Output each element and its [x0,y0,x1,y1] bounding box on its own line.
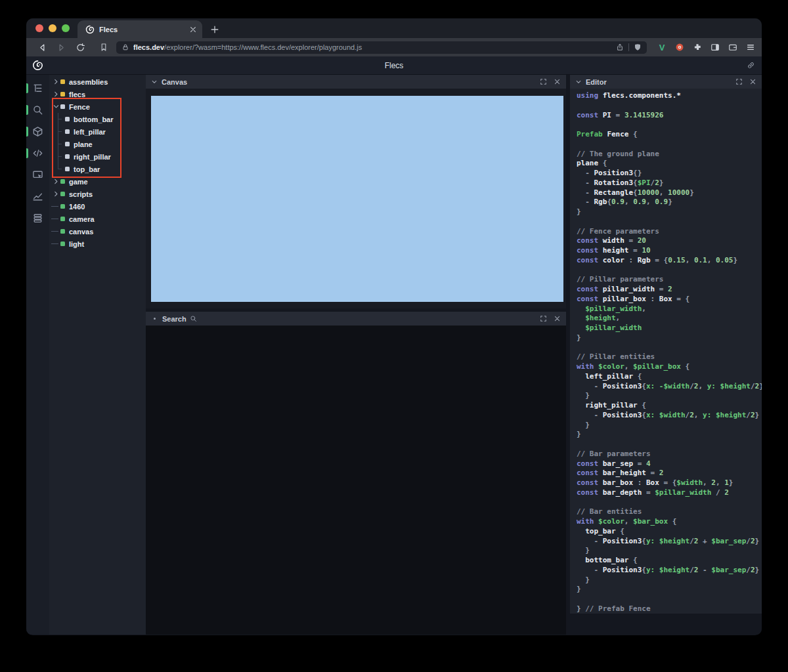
chevron-down-icon[interactable] [575,79,582,85]
tree-item-label: plane [74,140,93,148]
vue-icon[interactable]: V [657,43,667,52]
tab-close-icon[interactable] [189,26,197,33]
back-icon[interactable] [37,43,47,52]
entity-square-icon [60,79,65,84]
collapsed-dot-icon[interactable] [154,318,156,320]
tool-sidebar [26,75,49,635]
code-line: - Position3{y: $height/2 - $bar_sep/2} [577,566,762,576]
tree-item-label: camera [69,215,95,223]
wallet-icon[interactable] [728,43,737,52]
code-line: with $color, $bar_box { [577,517,762,527]
zoom-window-button[interactable] [62,24,70,32]
tree-item-1460[interactable]: 1460 [49,200,146,213]
editor-panel: Editor using flecs.components.* const PI… [570,75,762,614]
reload-icon[interactable] [76,43,85,52]
entity-square-icon [60,229,65,234]
code-line: $pillar_width [577,324,762,333]
tree-item-flecs[interactable]: flecs [49,88,146,100]
entity-square-icon [65,129,70,134]
tree-item-light[interactable]: light [49,238,146,250]
url-text[interactable]: flecs.dev/explorer/?wasm=https://www.fle… [133,43,616,51]
tree-item-left_pillar[interactable]: left_pillar [49,125,146,138]
url-path: /explorer/?wasm=https://www.flecs.dev/ex… [164,43,362,51]
tree-item-plane[interactable]: plane [49,138,146,150]
sidebar-rows-icon[interactable] [26,207,49,229]
close-icon[interactable] [554,78,561,85]
sidebar-screen-pointer-icon[interactable] [26,164,49,186]
code-line: const height = 10 [577,246,762,256]
code-line: const pillar_width = 2 [577,285,762,295]
tree-item-assemblies[interactable]: assemblies [49,75,146,88]
tree-item-Fence[interactable]: Fence [49,100,146,113]
sidekick-icon[interactable] [675,43,684,52]
code-line: // The ground plane [577,150,762,159]
chevron-down-icon[interactable] [151,79,158,85]
fullscreen-icon[interactable] [540,315,547,322]
brave-shield-icon[interactable] [634,43,642,51]
chevron-right-icon[interactable] [52,177,60,186]
url-domain: flecs.dev [133,43,164,51]
close-icon[interactable] [749,78,756,85]
code-line: } // Prefab Fence [577,604,762,614]
new-tab-button[interactable] [210,25,219,34]
tree-item-scripts[interactable]: scripts [49,188,146,200]
3d-canvas-viewport[interactable] [151,96,563,302]
code-line: with $color, $pillar_box { [577,362,762,372]
canvas-panel: Canvas [146,75,566,308]
tree-item-label: canvas [69,228,93,236]
fullscreen-icon[interactable] [735,78,743,85]
code-line: right_pillar { [577,401,762,411]
tree-item-top_bar[interactable]: top_bar [49,163,146,175]
tree-item-canvas[interactable]: canvas [49,225,146,238]
sidebar-chart-icon[interactable] [26,186,49,207]
code-line: } [577,585,762,595]
code-line [577,101,762,111]
minimize-window-button[interactable] [49,24,56,32]
tree-item-label: light [69,240,84,248]
code-line [577,140,762,150]
tree-item-label: Fence [69,103,90,111]
search-panel-header: Search [146,312,566,326]
search-panel: Search [146,312,566,635]
tree-item-camera[interactable]: camera [49,213,146,225]
url-bar[interactable]: flecs.dev/explorer/?wasm=https://www.fle… [116,41,647,54]
page-title: Flecs [26,61,762,70]
close-icon[interactable] [554,315,561,322]
bookmark-icon[interactable] [99,43,108,52]
code-line: // Pillar entities [577,352,762,362]
fullscreen-icon[interactable] [540,78,547,85]
browser-tab[interactable]: Flecs [77,20,202,38]
forward-icon[interactable] [56,43,66,52]
sidebar-code-icon[interactable] [26,142,49,164]
link-icon[interactable] [747,61,755,70]
search-icon [190,315,197,322]
tree-item-game[interactable]: game [49,175,146,188]
code-area[interactable]: using flecs.components.* const PI = 3.14… [570,89,762,614]
chevron-right-icon[interactable] [52,90,60,98]
menu-icon[interactable] [746,43,755,52]
close-window-button[interactable] [35,24,43,32]
tree-item-label: scripts [69,190,93,198]
chevron-right-icon[interactable] [52,190,60,198]
tree-item-right_pillar[interactable]: right_pillar [49,150,146,163]
editor-panel-body: using flecs.components.* const PI = 3.14… [570,89,762,614]
editor-panel-title: Editor [586,78,607,86]
entity-square-icon [60,204,65,209]
chevron-right-icon[interactable] [52,77,60,86]
sidebar-cube-icon[interactable] [26,121,49,142]
code-line [577,217,762,227]
extensions-puzzle-icon[interactable] [693,43,702,52]
sidebar-hierarchy-icon[interactable] [26,77,49,99]
code-line: const color : Rgb = {0.15, 0.1, 0.05} [577,256,762,266]
tree-item-bottom_bar[interactable]: bottom_bar [49,113,146,125]
search-panel-body[interactable] [146,326,566,635]
chevron-down-icon[interactable] [52,102,60,111]
code-line: - Position3{x: $width/2, y: $height/2} [577,411,762,421]
code-line: // Fence parameters [577,227,762,237]
sidebar-search-icon[interactable] [26,99,49,121]
entity-square-icon [60,242,65,246]
side-panel-icon[interactable] [711,43,720,52]
entity-square-icon [60,192,65,196]
tree-leaf-dash [52,202,60,211]
share-icon[interactable] [616,43,624,51]
